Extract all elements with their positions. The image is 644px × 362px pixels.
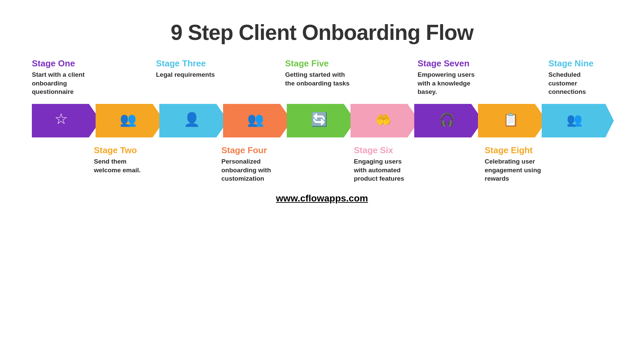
stage-5-bottom-empty	[282, 145, 351, 183]
svg-text:🤲: 🤲	[375, 112, 391, 127]
stage-2-top-empty	[91, 58, 153, 96]
stage-5-label: Stage Five Getting started with the onbo…	[282, 58, 351, 96]
stage-4-label: Stage Four Personalized onboarding with …	[218, 145, 282, 183]
stage-2-label: Stage Two Send them welcome email.	[91, 145, 153, 183]
top-labels-row: Stage One Start with a client onboarding…	[29, 58, 615, 96]
bottom-labels-row: Stage Two Send them welcome email. Stage…	[29, 145, 615, 183]
svg-text:👥: 👥	[120, 111, 137, 127]
arrows-row: ☆ 👥 👤 👥 🔄 🤲 🎧 📋 👥	[29, 99, 615, 142]
stage-9-bottom-empty	[545, 145, 607, 183]
stage-6-label: Stage Six Engaging users with automated …	[351, 145, 414, 183]
stage-3-bottom-empty	[153, 145, 218, 183]
stage-6-top-empty	[351, 58, 414, 96]
arrows-svg: ☆ 👥 👤 👥 🔄 🤲 🎧 📋 👥	[29, 99, 615, 142]
svg-text:👤: 👤	[183, 111, 200, 127]
stage-9-label: Stage Nine Scheduled customer connection…	[545, 58, 607, 96]
page-title: 9 Step Client Onboarding Flow	[171, 20, 474, 45]
svg-text:🔄: 🔄	[311, 111, 328, 127]
stage-4-top-empty	[218, 58, 282, 96]
footer-link[interactable]: www.cflowapps.com	[276, 193, 368, 204]
svg-text:🎧: 🎧	[439, 112, 455, 127]
stage-3-label: Stage Three Legal requirements	[153, 58, 218, 96]
stage-1-bottom-empty	[29, 145, 91, 183]
stage-1-label: Stage One Start with a client onboarding…	[29, 58, 91, 96]
flow-diagram: Stage One Start with a client onboarding…	[29, 58, 615, 183]
stage-7-label: Stage Seven Empowering users with a know…	[414, 58, 481, 96]
stage-8-top-empty	[481, 58, 545, 96]
svg-text:👥: 👥	[247, 111, 264, 127]
svg-text:👥: 👥	[567, 112, 583, 127]
svg-text:📋: 📋	[503, 112, 519, 127]
stage-8-label: Stage Eight Celebrating user engagement …	[481, 145, 545, 183]
svg-text:☆: ☆	[54, 110, 68, 127]
stage-7-bottom-empty	[414, 145, 481, 183]
